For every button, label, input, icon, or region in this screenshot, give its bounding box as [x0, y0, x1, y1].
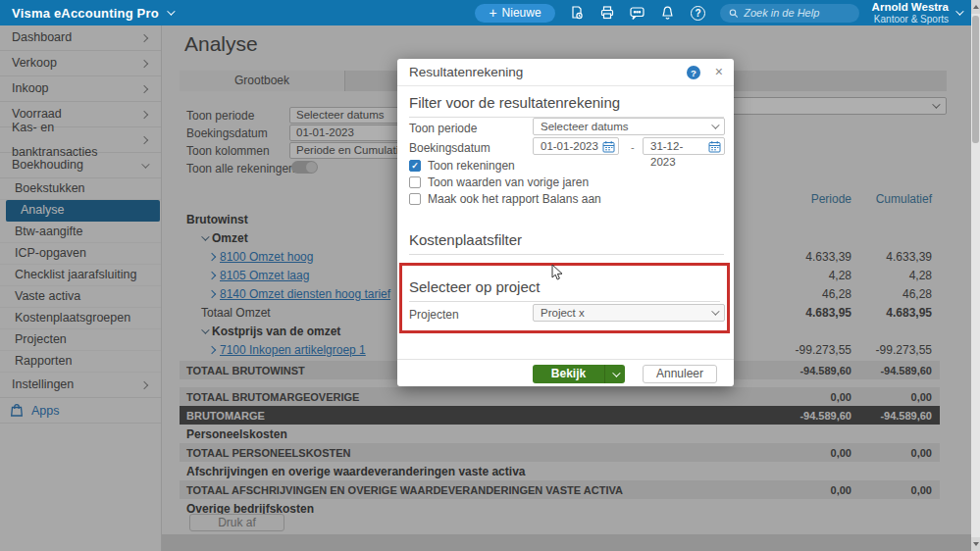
- scroll-up-arrow[interactable]: [971, 0, 980, 14]
- chevron-down-icon: [955, 7, 963, 15]
- top-bar: Visma eAccounting Pro + Nieuwe: [0, 0, 971, 25]
- chevron-down-icon: [711, 121, 719, 128]
- new-button-label: Nieuwe: [502, 6, 542, 20]
- checkbox-toon-rekeningen[interactable]: ✓ Toon rekeningen: [409, 159, 515, 173]
- chat-icon[interactable]: [629, 4, 646, 22]
- view-button-label[interactable]: Bekijk: [533, 365, 604, 383]
- notifications-bell-icon[interactable]: [659, 4, 677, 22]
- help-glyph: ?: [691, 68, 696, 78]
- user-menu[interactable]: Arnold Westra Kantoor & Sports: [872, 1, 961, 25]
- checkbox-unchecked-icon: [409, 193, 421, 205]
- dialog-title: Resultatenrekening: [409, 65, 523, 79]
- search-icon: [729, 8, 739, 19]
- highlight-box: [399, 263, 730, 333]
- checkbox-label: Maak ook het rapport Balans aan: [428, 192, 601, 206]
- calendar-icon[interactable]: [602, 140, 615, 153]
- date-value: 31-12-2023: [650, 140, 683, 168]
- user-name: Arnold Westra: [872, 1, 949, 14]
- view-button-dropdown[interactable]: [604, 365, 625, 383]
- scroll-down-arrow[interactable]: [971, 537, 980, 551]
- checkbox-checked-icon: ✓: [409, 160, 421, 172]
- document-export-icon[interactable]: [568, 4, 586, 22]
- calendar-icon[interactable]: [708, 140, 721, 153]
- user-organization: Kantoor & Sports: [872, 14, 949, 25]
- chevron-down-icon: [612, 369, 620, 376]
- checkbox-label: Toon waarden van vorige jaren: [428, 175, 589, 189]
- new-button[interactable]: + Nieuwe: [475, 4, 554, 23]
- checkbox-toon-waarden-vorige-jaren[interactable]: Toon waarden van vorige jaren: [409, 175, 589, 189]
- checkbox-maak-rapport-balans[interactable]: Maak ook het rapport Balans aan: [409, 192, 601, 206]
- cancel-button[interactable]: Annuleer: [643, 365, 717, 383]
- help-icon[interactable]: ?: [690, 4, 707, 22]
- dialog-header: Resultatenrekening ? ×: [397, 59, 734, 86]
- vertical-scrollbar[interactable]: [971, 0, 980, 551]
- plus-icon: +: [489, 5, 496, 21]
- brand-label: Visma eAccounting Pro: [12, 6, 159, 21]
- scrollbar-thumb[interactable]: [972, 16, 979, 143]
- date-range-separator: -: [631, 141, 635, 153]
- checkbox-unchecked-icon: [409, 176, 421, 188]
- label-toon-periode: Toon periode: [409, 122, 477, 135]
- dialog-footer-divider: [397, 359, 734, 360]
- section-heading-filter: Filter voor de resultatenrekening: [409, 94, 724, 118]
- checkbox-label: Toon rekeningen: [428, 159, 515, 173]
- app-switcher[interactable]: Visma eAccounting Pro: [12, 6, 173, 21]
- dialog-help-icon[interactable]: ?: [687, 66, 700, 79]
- label-boekingsdatum: Boekingsdatum: [409, 141, 490, 155]
- print-icon[interactable]: [598, 4, 616, 22]
- section-heading-kostenplaatsfilter: Kostenplaatsfilter: [409, 231, 724, 255]
- date-value: 01-01-2023: [541, 140, 598, 152]
- toon-periode-select[interactable]: Selecteer datums: [533, 118, 725, 135]
- mouse-cursor: [551, 264, 564, 285]
- view-split-button[interactable]: Bekijk: [533, 365, 625, 383]
- chevron-down-icon: [167, 7, 175, 15]
- date-to-input[interactable]: 31-12-2023: [643, 137, 725, 155]
- date-from-input[interactable]: 01-01-2023: [533, 137, 619, 155]
- app-window: Visma eAccounting Pro + Nieuwe: [0, 0, 980, 551]
- close-icon[interactable]: ×: [715, 64, 723, 79]
- help-glyph: ?: [696, 8, 701, 19]
- help-search: [720, 4, 859, 23]
- select-value: Selecteer datums: [541, 121, 629, 132]
- resultatenrekening-dialog: Resultatenrekening ? × Filter voor de re…: [397, 59, 734, 386]
- help-search-input[interactable]: [744, 7, 850, 19]
